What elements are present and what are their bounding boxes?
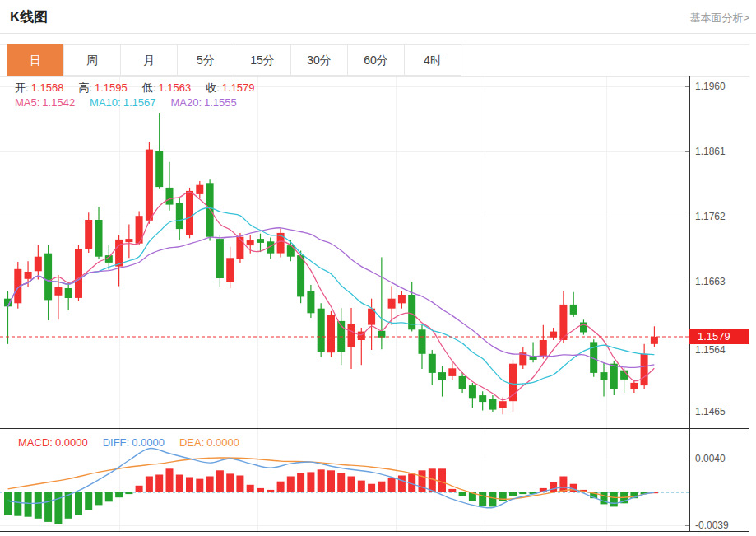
macd-bar	[136, 486, 143, 492]
macd-bar	[257, 488, 264, 492]
candle-body	[176, 203, 183, 229]
candle-body	[580, 323, 587, 333]
legend-value: 1.1567	[123, 96, 156, 109]
candle-body	[85, 220, 92, 249]
candlestick-chart[interactable]: 1.19601.18611.17621.16631.15641.14650.00…	[0, 76, 756, 536]
candle-body	[196, 185, 203, 194]
macd-bar	[429, 468, 436, 492]
candle-body	[499, 401, 507, 408]
tab-日[interactable]: 日	[7, 44, 64, 76]
candle-body	[236, 237, 243, 259]
tab-60分[interactable]: 60分	[347, 44, 405, 76]
y-axis-label: 1.1762	[695, 211, 726, 222]
macd-bar	[610, 492, 618, 506]
candle-body	[125, 239, 132, 242]
macd-bar	[176, 475, 183, 493]
macd-bar	[519, 492, 526, 494]
legend-value: 0.0000	[132, 436, 165, 449]
macd-bar	[438, 468, 446, 492]
tab-5分[interactable]: 5分	[177, 44, 234, 76]
current-price-badge: 1.1579	[689, 329, 749, 344]
macd-bar	[509, 492, 517, 496]
legend-item: MA5:1.1542	[15, 96, 75, 109]
legend-label: MA20:	[170, 96, 202, 109]
y-axis-label: 1.1861	[695, 146, 726, 157]
macd-bar	[358, 481, 365, 492]
candle-body	[559, 305, 567, 340]
macd-bar	[318, 469, 325, 492]
macd-bar	[196, 479, 203, 492]
candle-body	[65, 288, 72, 298]
legend-label: 低:	[142, 82, 156, 94]
candle-body	[257, 239, 264, 243]
candle-body	[186, 191, 193, 235]
tab-4时[interactable]: 4时	[404, 44, 461, 76]
macd-bar	[44, 492, 52, 522]
macd-bar	[267, 490, 274, 492]
candle-body	[601, 372, 608, 380]
macd-bar	[398, 476, 406, 493]
legend-item: MA20:1.1555	[170, 96, 236, 109]
macd-bar	[378, 482, 385, 492]
legend-label: MA5:	[15, 96, 39, 109]
macd-bar	[25, 492, 32, 517]
page-title: K线图	[10, 7, 48, 26]
candle-body	[419, 329, 426, 354]
candle-body	[166, 188, 174, 205]
macd-bar	[368, 484, 375, 492]
legend-label: MACD:	[18, 436, 53, 449]
macd-bar	[186, 478, 193, 493]
macd-bar	[236, 476, 243, 493]
tab-周[interactable]: 周	[63, 44, 121, 76]
legend-item: 高:1.1595	[78, 82, 127, 94]
legend-label: MA10:	[90, 96, 121, 109]
legend-label: 开:	[15, 82, 29, 94]
macd-bar	[4, 492, 12, 515]
candle-body	[398, 295, 406, 303]
candle-body	[95, 220, 103, 257]
legend-value: 1.1555	[204, 96, 237, 109]
macd-bar	[155, 475, 163, 493]
legend-value: 1.1595	[95, 82, 128, 94]
candle-body	[247, 240, 254, 245]
candle-body	[155, 151, 163, 187]
candle-body	[75, 249, 82, 298]
legend-label: DIFF:	[103, 436, 130, 449]
macd-bar	[115, 492, 123, 497]
tab-15分[interactable]: 15分	[234, 44, 291, 76]
candle-body	[297, 255, 304, 296]
candle-body	[630, 383, 638, 389]
candle-body	[226, 258, 234, 282]
legend-label: 收:	[206, 82, 220, 94]
fundamental-analysis-link[interactable]: 基本面分析>	[689, 11, 749, 26]
macd-bar	[146, 477, 153, 493]
macd-bar	[85, 492, 92, 510]
macd-bar	[54, 492, 62, 524]
ma10-line	[8, 207, 655, 384]
candle-body	[448, 368, 456, 376]
macd-legend: MACD:0.0000DIFF:0.0000DEA:0.0000	[18, 436, 254, 449]
candle-body	[115, 240, 123, 267]
candle-body	[540, 340, 547, 356]
macd-bar	[479, 492, 486, 506]
candle-body	[54, 287, 62, 295]
candle-body	[429, 354, 436, 373]
legend-item: MA10:1.1567	[90, 96, 155, 109]
interval-tabs: 日周月5分15分30分60分4时	[7, 44, 461, 76]
macd-bar	[327, 470, 335, 492]
macd-bar	[95, 492, 103, 505]
macd-bar	[307, 472, 314, 492]
macd-bar	[166, 468, 174, 492]
legend-item: DIFF:0.0000	[103, 436, 165, 449]
macd-bar	[75, 492, 82, 515]
legend-value: 1.1579	[222, 82, 255, 94]
legend-item: 开:1.1568	[15, 82, 63, 94]
candle-body	[44, 254, 52, 301]
tab-月[interactable]: 月	[120, 44, 178, 76]
macd-bar	[247, 485, 254, 492]
y-axis-label: 1.1465	[695, 406, 726, 417]
header-divider	[0, 33, 756, 34]
tab-30分[interactable]: 30分	[290, 44, 348, 76]
candle-body	[327, 315, 335, 353]
macd-bar	[388, 478, 396, 492]
